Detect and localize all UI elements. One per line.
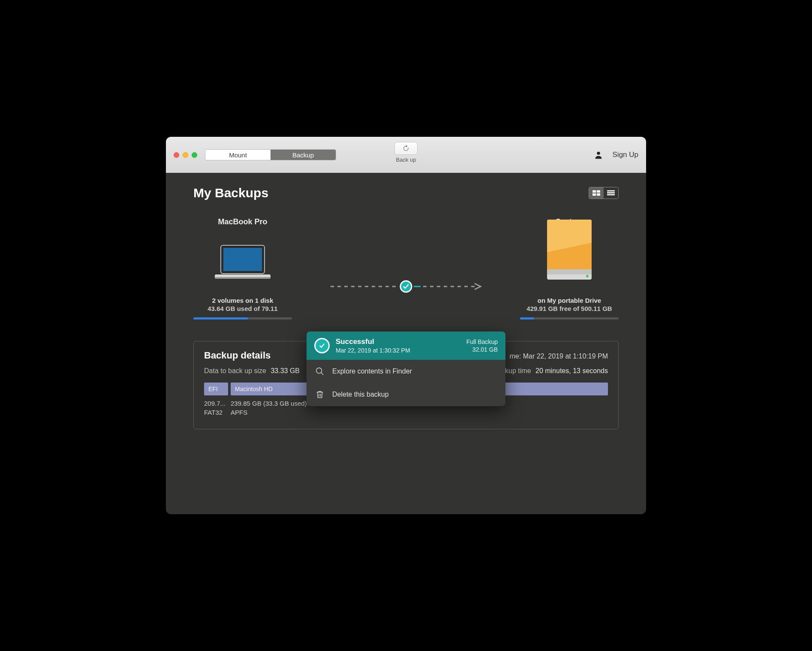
details-title: Backup details: [204, 350, 271, 361]
mode-segment: Mount Backup: [205, 149, 336, 160]
data-size-label: Data to back up size: [204, 367, 266, 374]
source-volumes: 2 volumes on 1 disk: [193, 297, 292, 304]
view-toggle: [589, 187, 619, 199]
volume-efi[interactable]: EFI: [204, 383, 228, 395]
view-grid-button[interactable]: [589, 187, 604, 199]
success-check-icon: [314, 338, 330, 353]
delete-backup[interactable]: Delete this backup: [307, 383, 505, 406]
destination-usage-bar: [520, 317, 619, 319]
svg-point-19: [586, 275, 589, 277]
data-size-value: 33.33 GB: [271, 367, 300, 374]
delete-label: Delete this backup: [332, 391, 389, 398]
vol2-fs: APFS: [231, 409, 247, 416]
destination-usage: 429.91 GB free of 500.11 GB: [520, 305, 619, 312]
svg-rect-9: [223, 248, 262, 271]
view-list-button[interactable]: [604, 187, 618, 199]
backup-time-value: 20 minutes, 13 seconds: [535, 367, 608, 374]
popover-status: Successful: [336, 338, 460, 346]
volume-fs-row: FAT32 APFS: [204, 409, 608, 416]
signup-link[interactable]: Sign Up: [613, 151, 638, 159]
destination-device: System on My portable Drive 429.91 GB fr…: [520, 217, 619, 319]
backup-popover: Successful Mar 22, 2019 at 1:30:32 PM Fu…: [307, 332, 505, 406]
header-right: Sign Up: [594, 150, 638, 160]
svg-rect-6: [607, 192, 615, 193]
start-time: me: Mar 22, 2019 at 1:10:19 PM: [510, 353, 608, 360]
destination-location: on My portable Drive: [520, 297, 619, 304]
titlebar: Mount Backup Back up Sign Up: [166, 137, 646, 173]
svg-rect-2: [597, 190, 600, 193]
traffic-lights: [174, 152, 197, 158]
explore-label: Explore contents in Finder: [332, 368, 412, 375]
refresh-icon: [402, 145, 410, 152]
svg-rect-7: [607, 194, 615, 196]
source-usage-bar: [193, 317, 292, 319]
content-header: My Backups: [193, 186, 619, 200]
svg-rect-4: [597, 193, 600, 196]
transfer-arrow: [329, 280, 483, 293]
svg-line-21: [321, 373, 324, 375]
svg-rect-3: [592, 193, 596, 196]
popover-size: 32.01 GB: [466, 346, 498, 353]
search-icon: [315, 367, 325, 376]
backup-button-label: Back up: [394, 157, 418, 163]
vol1-fs: FAT32: [204, 409, 228, 416]
source-usage: 43.64 GB used of 79.11: [193, 305, 292, 312]
popover-timestamp: Mar 22, 2019 at 1:30:32 PM: [336, 347, 460, 354]
backup-button[interactable]: [394, 142, 418, 155]
close-button[interactable]: [174, 152, 179, 158]
user-icon[interactable]: [594, 150, 603, 160]
app-window: Mount Backup Back up Sign Up My Backups: [166, 137, 646, 514]
svg-point-0: [597, 152, 600, 155]
explore-in-finder[interactable]: Explore contents in Finder: [307, 360, 505, 383]
tab-mount[interactable]: Mount: [205, 150, 271, 160]
backup-action-group: Back up: [394, 142, 418, 163]
drive-icon: [520, 243, 619, 281]
tab-backup[interactable]: Backup: [271, 150, 336, 160]
popover-header: Successful Mar 22, 2019 at 1:30:32 PM Fu…: [307, 332, 505, 360]
content-area: My Backups MacBook Pro: [166, 173, 646, 514]
svg-rect-5: [607, 190, 615, 192]
trash-icon: [315, 390, 325, 399]
minimize-button[interactable]: [183, 152, 188, 158]
svg-point-20: [316, 368, 322, 374]
page-title: My Backups: [193, 186, 268, 200]
source-device: MacBook Pro 2 volumes on 1 disk 43.64 GB…: [193, 217, 292, 319]
grid-icon: [592, 190, 600, 196]
popover-type: Full Backup: [466, 338, 498, 345]
svg-rect-12: [215, 277, 271, 279]
list-icon: [607, 190, 615, 196]
macbook-icon: [193, 243, 292, 281]
maximize-button[interactable]: [192, 152, 197, 158]
vol1-size: 209.7...: [204, 400, 228, 407]
source-name: MacBook Pro: [193, 217, 292, 226]
backup-diagram: MacBook Pro 2 volumes on 1 disk 43.64 GB…: [193, 217, 619, 319]
svg-rect-1: [592, 190, 596, 193]
